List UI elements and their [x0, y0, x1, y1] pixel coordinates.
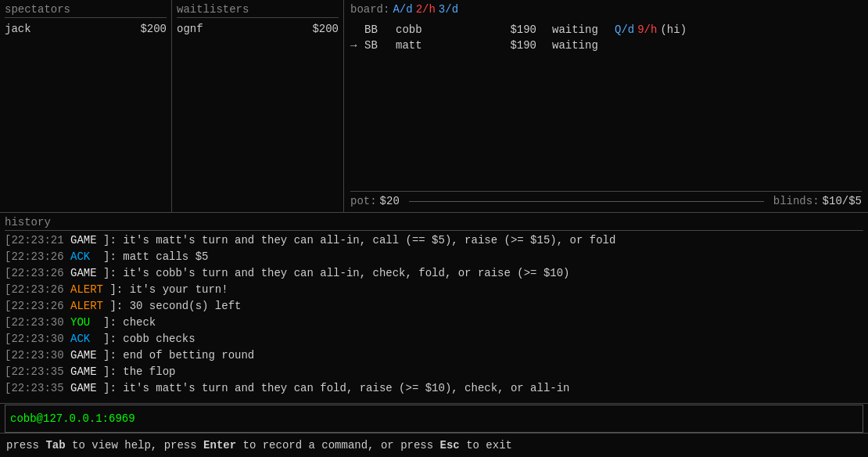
board-panel: board: A/d 2/h 3/d BB cobb $190 waiting … — [344, 0, 868, 212]
player-money-0: $190 — [490, 23, 536, 36]
history-tag-8: GAME — [70, 365, 97, 378]
history-line-8: [22:23:35 GAME ]: the flop — [5, 364, 860, 380]
history-header: history — [5, 216, 863, 231]
hand-card-9h: 9/h — [637, 23, 657, 36]
history-ts-0: [22:23:21 — [5, 234, 70, 246]
history-line-0: [22:23:21 GAME ]: it's matt's turn and t… — [5, 232, 860, 249]
board-label: board: — [350, 3, 389, 16]
history-msg-3: ]: it's your turn! — [103, 283, 228, 296]
player-name-1: matt — [396, 39, 490, 52]
status-bar: press Tab to view help, press Enter to r… — [0, 434, 868, 457]
history-msg-9: ]: it's matt's turn and they can fold, r… — [97, 382, 570, 394]
pot-blinds-row: pot: $20 blinds: $10/$5 — [350, 191, 862, 209]
history-line-5: [22:23:30 YOU ]: check — [5, 315, 860, 331]
hand-note-0: (hi) — [660, 23, 687, 36]
blinds-label: blinds: — [773, 195, 820, 207]
spectator-money-0: $200 — [140, 23, 167, 35]
waitlister-name-0: ognf — [177, 23, 203, 35]
history-msg-2: ]: it's cobb's turn and they can all-in,… — [97, 267, 570, 279]
input-border[interactable]: cobb@127.0.0.1:6969 — [5, 405, 863, 433]
board-row-0: BB cobb $190 waiting Q/d 9/h (hi) — [350, 22, 862, 38]
input-panel[interactable]: cobb@127.0.0.1:6969 — [0, 404, 868, 434]
history-panel: history [22:23:21 GAME ]: it's matt's tu… — [0, 213, 868, 404]
waitlister-money-0: $200 — [312, 23, 339, 35]
hand-0: Q/d 9/h (hi) — [607, 23, 687, 36]
board-card-2h: 2/h — [416, 3, 436, 16]
hand-card-qd: Q/d — [615, 23, 634, 36]
history-ts-2: [22:23:26 — [5, 267, 70, 279]
pot-line — [409, 201, 764, 202]
history-tag-0: GAME — [70, 234, 97, 246]
history-ts-8: [22:23:35 — [5, 365, 70, 378]
history-tag-7: GAME — [70, 349, 97, 362]
history-msg-7: ]: end of betting round — [97, 349, 255, 362]
spectators-panel: spectators jack $200 — [0, 0, 172, 212]
history-line-2: [22:23:26 GAME ]: it's cobb's turn and t… — [5, 265, 860, 282]
history-tag-3: ALERT — [70, 283, 103, 296]
status-text: press Tab to view help, press Enter to r… — [6, 439, 512, 452]
history-tag-6: ACK — [70, 333, 97, 345]
board-header: board: A/d 2/h 3/d — [350, 3, 862, 16]
command-input[interactable] — [138, 412, 858, 425]
waitlisters-panel: waitlisters ognf $200 — [172, 0, 344, 212]
history-line-9: [22:23:35 GAME ]: it's matt's turn and t… — [5, 380, 860, 397]
key-esc: Esc — [440, 439, 460, 452]
waitlisters-header: waitlisters — [177, 3, 339, 18]
waitlister-row-0: ognf $200 — [177, 21, 339, 37]
history-line-7: [22:23:30 GAME ]: end of betting round — [5, 347, 860, 364]
history-tag-2: GAME — [70, 267, 97, 279]
history-ts-5: [22:23:30 — [5, 316, 70, 329]
blinds-value: $10/$5 — [823, 195, 862, 207]
spectators-header: spectators — [5, 3, 167, 18]
player-status-1: waiting — [536, 39, 607, 52]
history-ts-7: [22:23:30 — [5, 349, 70, 362]
player-name-0: cobb — [396, 23, 490, 36]
board-card-3d: 3/d — [439, 3, 458, 16]
history-ts-9: [22:23:35 — [5, 382, 70, 394]
history-msg-1: ]: matt calls $5 — [97, 250, 209, 263]
history-msg-5: ]: check — [97, 316, 156, 329]
history-line-1: [22:23:26 ACK ]: matt calls $5 — [5, 249, 860, 265]
history-msg-4: ]: 30 second(s) left — [103, 300, 241, 312]
history-msg-0: ]: it's matt's turn and they can all-in,… — [97, 234, 616, 246]
key-enter: Enter — [203, 439, 236, 452]
history-ts-6: [22:23:30 — [5, 333, 70, 345]
history-line-3: [22:23:26 ALERT ]: it's your turn! — [5, 282, 860, 298]
top-panel: spectators jack $200 waitlisters ognf $2… — [0, 0, 868, 213]
arrow-1: → — [350, 39, 364, 52]
main-layout: spectators jack $200 waitlisters ognf $2… — [0, 0, 868, 457]
spectator-row-0: jack $200 — [5, 21, 167, 37]
player-status-0: waiting — [536, 23, 607, 36]
pot-label: pot: — [350, 195, 377, 207]
history-ts-4: [22:23:26 — [5, 300, 70, 312]
board-card-ad: A/d — [393, 3, 412, 16]
pot-value: $20 — [380, 195, 400, 207]
history-tag-9: GAME — [70, 382, 97, 394]
history-tag-5: YOU — [70, 316, 97, 329]
history-line-4: [22:23:26 ALERT ]: 30 second(s) left — [5, 298, 860, 315]
board-row-1: → SB matt $190 waiting — [350, 38, 862, 53]
history-content[interactable]: [22:23:21 GAME ]: it's matt's turn and t… — [5, 232, 863, 399]
key-tab: Tab — [45, 439, 65, 452]
history-ts-3: [22:23:26 — [5, 283, 70, 296]
history-tag-4: ALERT — [70, 300, 103, 312]
history-ts-1: [22:23:26 — [5, 250, 70, 263]
history-tag-1: ACK — [70, 250, 97, 263]
history-line-6: [22:23:30 ACK ]: cobb checks — [5, 331, 860, 347]
player-money-1: $190 — [490, 39, 536, 52]
history-msg-6: ]: cobb checks — [97, 333, 195, 345]
pos-1: SB — [364, 39, 396, 52]
spectator-name-0: jack — [5, 23, 31, 35]
pos-0: BB — [364, 23, 396, 36]
history-msg-8: ]: the flop — [97, 365, 176, 378]
prompt-text: cobb@127.0.0.1:6969 — [10, 412, 135, 425]
